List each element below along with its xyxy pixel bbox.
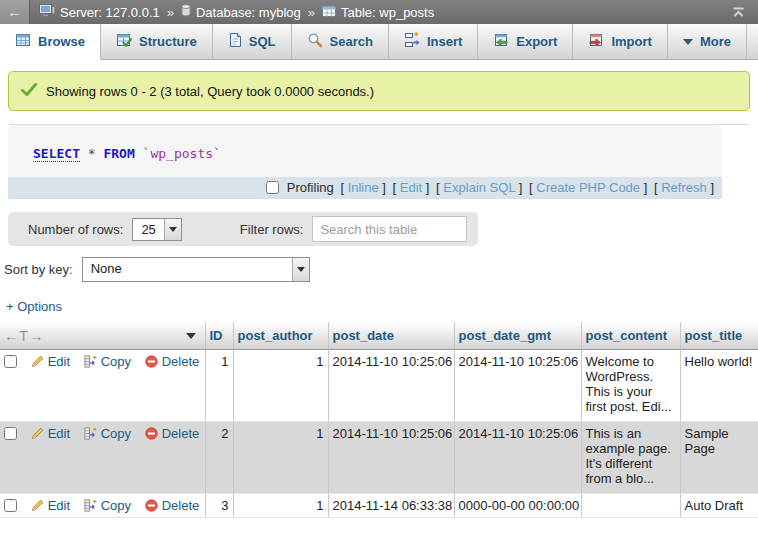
cell-post-content [581,494,680,518]
tab-search-label: Search [330,34,373,49]
cell-post-date: 2014-11-10 10:25:06 [328,350,454,422]
tab-export-label: Export [516,34,557,49]
number-of-rows-select[interactable]: 25 [132,218,181,241]
sort-dropdown-icon[interactable] [186,333,196,339]
profiling-label: Profiling [287,180,334,195]
result-area: SELECT * FROM `wp_posts` Profiling [ Inl… [8,124,750,199]
breadcrumb-separator: » [306,5,317,20]
cell-post-content: Welcome to WordPress. This is your first… [581,350,680,422]
collapse-panel-icon[interactable] [731,7,746,18]
row-actions-cell: Edit Copy Delete [0,422,205,494]
tab-structure[interactable]: Structure [101,24,213,59]
column-header-post-author[interactable]: post_author [233,322,328,350]
column-header-post-content[interactable]: post_content [581,322,680,350]
pencil-icon [31,355,44,368]
sort-by-key-select[interactable]: None [82,257,310,282]
bracket: ] [710,180,714,195]
number-of-rows-label: Number of rows: [28,222,123,237]
edit-query-link[interactable]: Edit [400,180,422,195]
column-marker[interactable]: T [18,327,29,344]
cell-post-content: This is an example page. It's different … [581,422,680,494]
browse-icon [15,32,31,51]
bracket: [ [436,180,440,195]
breadcrumb-database[interactable]: Database: myblog [181,4,301,20]
delete-icon [145,355,158,368]
tab-browse-label: Browse [38,34,85,49]
column-header-post-title[interactable]: post_title [680,322,758,350]
tab-more[interactable]: More [668,24,747,59]
delete-row-link[interactable]: Delete [145,354,200,369]
sort-by-key-value: None [83,258,292,281]
delete-icon [145,427,158,440]
breadcrumb-server-label: Server: 127.0.0.1 [60,5,160,20]
tab-import[interactable]: Import [573,24,667,59]
back-arrow-icon: ← [8,4,22,20]
copy-row-link[interactable]: Copy [84,498,131,513]
cell-post-title: Sample Page [680,422,758,494]
cell-post-author: 1 [233,350,328,422]
tab-sql-label: SQL [249,34,276,49]
create-php-code-link[interactable]: Create PHP Code [536,180,640,195]
status-message: Showing rows 0 - 2 (3 total, Query took … [8,71,750,111]
column-header-id[interactable]: ID [205,322,233,350]
column-right-arrow-icon[interactable]: → [29,328,43,344]
tab-insert[interactable]: Insert [389,24,478,59]
row-checkbox[interactable] [4,427,17,440]
filter-rows-input[interactable] [312,216,467,242]
filter-rows-label: Filter rows: [240,222,304,237]
profiling-checkbox[interactable] [266,181,279,194]
delete-row-link[interactable]: Delete [145,498,200,513]
sql-keyword-select[interactable]: SELECT [33,146,80,162]
inline-link[interactable]: Inline [348,180,379,195]
table-icon [322,5,336,20]
tab-search[interactable]: Search [292,24,389,59]
tab-export[interactable]: Export [478,24,573,59]
edit-row-link[interactable]: Edit [31,498,70,513]
bracket: [ [393,180,397,195]
row-actions-cell: Edit Copy Delete [0,350,205,422]
tool-link-group: [ Inline ] [340,180,386,195]
back-button[interactable]: ← [0,0,30,24]
sort-row: Sort by key: None [4,257,758,282]
copy-row-link[interactable]: Copy [84,426,131,441]
cell-post-author: 1 [233,422,328,494]
table-row: Edit Copy Delete 3 1 2014-11-14 06:33:38… [0,494,758,518]
breadcrumb-server[interactable]: Server: 127.0.0.1 [39,4,160,20]
cell-post-date-gmt: 2014-11-10 10:25:06 [454,350,581,422]
tab-sql[interactable]: SQL [213,24,292,59]
sql-query-box: SELECT * FROM `wp_posts` [8,125,722,177]
status-message-text: Showing rows 0 - 2 (3 total, Query took … [46,84,374,99]
cell-post-title: Hello world! [680,350,758,422]
options-toggle-link[interactable]: + Options [6,299,62,314]
column-header-post-date[interactable]: post_date [328,322,454,350]
tab-bar: Browse Structure SQL Search Insert Expor… [0,24,758,60]
breadcrumb-table[interactable]: Table: wp_posts [322,5,434,20]
explain-sql-link[interactable]: Explain SQL [443,180,515,195]
refresh-link[interactable]: Refresh [661,180,707,195]
chevron-down-icon [683,39,693,45]
sort-by-key-label: Sort by key: [4,262,73,277]
breadcrumb-table-label: Table: wp_posts [341,5,434,20]
bracket: ] [519,180,523,195]
breadcrumb-separator: » [165,5,176,20]
server-icon [39,4,55,20]
column-left-arrow-icon[interactable]: ← [4,328,18,344]
table-body: Edit Copy Delete 1 1 2014-11-10 10:25:06… [0,350,758,518]
column-header-post-date-gmt[interactable]: post_date_gmt [454,322,581,350]
table-row: Edit Copy Delete 2 1 2014-11-10 10:25:06… [0,422,758,494]
delete-icon [145,499,158,512]
row-checkbox[interactable] [4,355,17,368]
tab-browse[interactable]: Browse [0,24,101,60]
breadcrumb-database-label: Database: myblog [196,5,301,20]
row-checkbox[interactable] [4,499,17,512]
tool-link-group: [ Explain SQL ] [436,180,522,195]
copy-icon [84,427,97,440]
export-icon [493,32,509,51]
bracket: ] [382,180,386,195]
tool-link-group: [ Create PHP Code ] [529,180,647,195]
rows-control-bar: Number of rows: 25 Filter rows: [8,212,478,246]
delete-row-link[interactable]: Delete [145,426,200,441]
edit-row-link[interactable]: Edit [31,354,70,369]
copy-row-link[interactable]: Copy [84,354,131,369]
edit-row-link[interactable]: Edit [31,426,70,441]
